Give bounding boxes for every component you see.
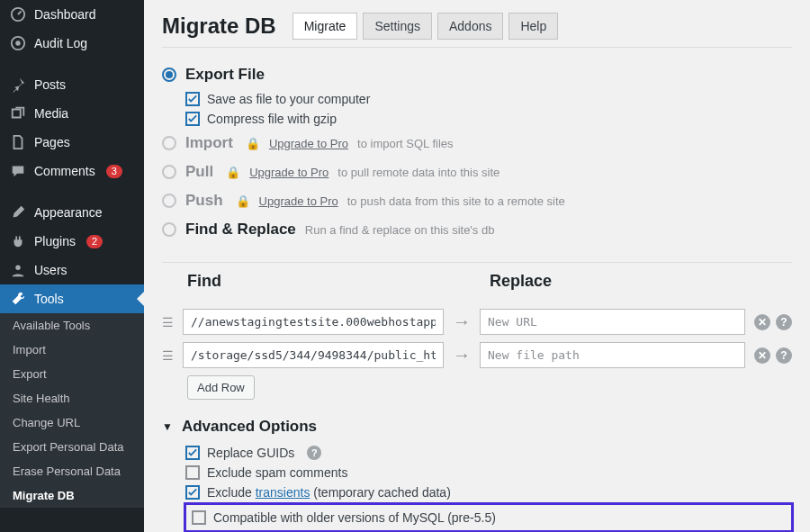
checkbox-icon bbox=[185, 112, 200, 126]
option-desc: to import SQL files bbox=[357, 137, 453, 150]
opt-mysql-compat[interactable]: Compatible with older versions of MySQL … bbox=[192, 510, 786, 525]
row-actions: ✕ ? bbox=[754, 347, 792, 364]
sidebar-item-comments[interactable]: Comments 3 bbox=[0, 157, 144, 185]
submenu-site-health[interactable]: Site Health bbox=[0, 386, 144, 410]
add-row-button[interactable]: Add Row bbox=[187, 375, 255, 400]
checkbox-icon bbox=[185, 446, 200, 460]
checkbox-icon bbox=[185, 92, 200, 106]
plugins-badge: 2 bbox=[86, 235, 103, 248]
radio-icon bbox=[162, 194, 176, 208]
radio-icon bbox=[162, 136, 176, 150]
radio-label: Import bbox=[185, 134, 233, 152]
tab-addons[interactable]: Addons bbox=[437, 13, 503, 40]
row-actions: ✕ ? bbox=[754, 314, 792, 330]
drag-handle-icon[interactable]: ☰ bbox=[162, 315, 174, 329]
submenu-available-tools[interactable]: Available Tools bbox=[0, 313, 144, 338]
sidebar-item-users[interactable]: Users bbox=[0, 256, 144, 284]
export-suboptions: Save as file to your computer Compress f… bbox=[162, 89, 792, 129]
sidebar-label: Users bbox=[34, 263, 68, 277]
highlighted-option: Compatible with older versions of MySQL … bbox=[184, 502, 794, 532]
sidebar-item-tools[interactable]: Tools bbox=[0, 284, 144, 313]
user-icon bbox=[9, 262, 27, 278]
drag-handle-icon[interactable]: ☰ bbox=[162, 348, 174, 363]
comment-icon bbox=[9, 163, 27, 179]
replace-input[interactable] bbox=[480, 342, 745, 368]
sidebar-label: Dashboard bbox=[34, 7, 96, 22]
replace-input[interactable] bbox=[480, 309, 745, 335]
submenu-migrate-db[interactable]: Migrate DB bbox=[0, 483, 144, 508]
opt-replace-guids[interactable]: Replace GUIDs ? bbox=[185, 443, 792, 463]
lock-icon: 🔒 bbox=[226, 166, 240, 179]
text-part: Exclude bbox=[207, 485, 256, 500]
help-icon[interactable]: ? bbox=[307, 446, 321, 460]
sidebar-label: Pages bbox=[34, 135, 70, 149]
sidebar-item-media[interactable]: Media bbox=[0, 99, 144, 128]
option-desc: to push data from this site to a remote … bbox=[347, 194, 565, 208]
help-icon[interactable]: ? bbox=[776, 347, 792, 364]
opt-gzip[interactable]: Compress file with gzip bbox=[185, 109, 792, 129]
submenu-change-url[interactable]: Change URL bbox=[0, 410, 144, 435]
upgrade-link[interactable]: Upgrade to Pro bbox=[259, 194, 338, 208]
check-label: Compress file with gzip bbox=[207, 112, 337, 126]
find-input[interactable] bbox=[183, 342, 444, 368]
main-content: Migrate DB Migrate Settings Addons Help … bbox=[144, 0, 810, 532]
advanced-options-toggle[interactable]: ▼ Advanced Options bbox=[162, 418, 792, 436]
caret-down-icon: ▼ bbox=[162, 420, 173, 433]
option-export-file[interactable]: Export File bbox=[162, 60, 792, 89]
sidebar-item-posts[interactable]: Posts bbox=[0, 70, 144, 99]
submenu-import[interactable]: Import bbox=[0, 338, 144, 362]
option-push[interactable]: Push 🔒 Upgrade to Pro to push data from … bbox=[162, 186, 792, 215]
arrow-right-icon: → bbox=[453, 311, 471, 332]
check-label: Exclude spam comments bbox=[207, 465, 347, 480]
option-desc: Run a find & replace on this site's db bbox=[305, 223, 495, 237]
find-heading: Find bbox=[187, 272, 448, 291]
checkbox-icon bbox=[192, 510, 206, 525]
lock-icon: 🔒 bbox=[236, 194, 250, 208]
find-replace-row: ☰ → ✕ ? bbox=[162, 309, 792, 335]
admin-sidebar: Dashboard Audit Log Posts Media Pages Co… bbox=[0, 0, 144, 532]
find-input[interactable] bbox=[183, 309, 444, 335]
option-pull[interactable]: Pull 🔒 Upgrade to Pro to pull remote dat… bbox=[162, 158, 792, 186]
sidebar-item-audit-log[interactable]: Audit Log bbox=[0, 29, 144, 58]
svg-point-3 bbox=[15, 266, 20, 270]
migrate-options: Export File Save as file to your compute… bbox=[162, 48, 792, 253]
dashboard-icon bbox=[9, 6, 27, 23]
checkbox-icon bbox=[185, 485, 200, 500]
transients-link[interactable]: transients bbox=[256, 485, 310, 500]
upgrade-link[interactable]: Upgrade to Pro bbox=[269, 137, 348, 150]
opt-save-file[interactable]: Save as file to your computer bbox=[185, 89, 792, 109]
sidebar-item-dashboard[interactable]: Dashboard bbox=[0, 0, 144, 29]
divider bbox=[162, 262, 792, 263]
checkbox-icon bbox=[185, 465, 200, 480]
upgrade-link[interactable]: Upgrade to Pro bbox=[249, 166, 328, 179]
sidebar-item-appearance[interactable]: Appearance bbox=[0, 198, 144, 227]
option-import[interactable]: Import 🔒 Upgrade to Pro to import SQL fi… bbox=[162, 129, 792, 158]
tab-help[interactable]: Help bbox=[508, 13, 558, 40]
sidebar-item-pages[interactable]: Pages bbox=[0, 128, 144, 157]
pin-icon bbox=[9, 77, 27, 93]
remove-row-icon[interactable]: ✕ bbox=[754, 314, 770, 330]
submenu-export-personal-data[interactable]: Export Personal Data bbox=[0, 435, 144, 459]
audit-log-icon bbox=[9, 35, 27, 51]
wrench-icon bbox=[9, 291, 27, 307]
svg-point-2 bbox=[15, 41, 20, 45]
help-icon[interactable]: ? bbox=[776, 314, 792, 330]
advanced-options: Replace GUIDs ? Exclude spam comments Ex… bbox=[162, 443, 792, 532]
check-label: Save as file to your computer bbox=[207, 92, 370, 106]
opt-exclude-spam[interactable]: Exclude spam comments bbox=[185, 463, 792, 482]
text-part: (temporary cached data) bbox=[310, 485, 450, 500]
plug-icon bbox=[9, 233, 27, 249]
submenu-erase-personal-data[interactable]: Erase Personal Data bbox=[0, 459, 144, 483]
sidebar-label: Comments bbox=[34, 164, 95, 178]
submenu-export[interactable]: Export bbox=[0, 362, 144, 386]
tab-migrate[interactable]: Migrate bbox=[292, 13, 358, 40]
option-find-replace[interactable]: Find & Replace Run a find & replace on t… bbox=[162, 215, 792, 244]
comments-badge: 3 bbox=[106, 165, 122, 178]
arrow-right-icon: → bbox=[453, 345, 471, 365]
opt-exclude-transients[interactable]: Exclude transients (temporary cached dat… bbox=[185, 482, 792, 502]
sidebar-item-plugins[interactable]: Plugins 2 bbox=[0, 227, 144, 256]
tab-settings[interactable]: Settings bbox=[363, 13, 432, 40]
page-icon bbox=[9, 134, 27, 150]
find-replace-section: Find Replace ☰ → ✕ ? ☰ → ✕ ? bbox=[162, 272, 792, 400]
remove-row-icon[interactable]: ✕ bbox=[754, 347, 770, 364]
